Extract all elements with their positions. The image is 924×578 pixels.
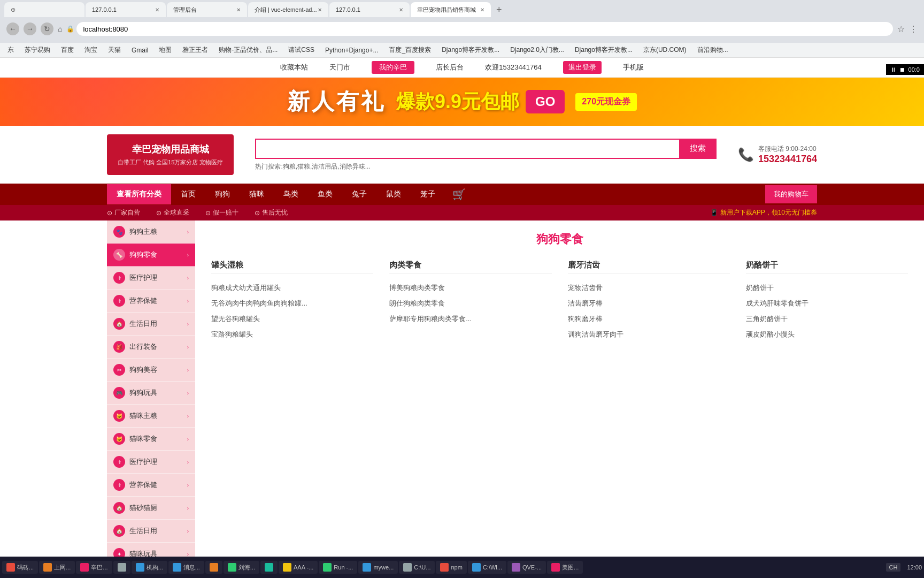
bookmark-yazw[interactable]: 雅正王者: [179, 44, 211, 56]
nav-home[interactable]: 首页: [171, 184, 205, 204]
topnav-myaccount[interactable]: 我的辛巴: [372, 61, 414, 74]
new-tab-button[interactable]: +: [492, 4, 506, 16]
tab-close-shop[interactable]: ✕: [480, 7, 484, 13]
taskbar-cu[interactable]: C:\U...: [399, 561, 435, 574]
my-cart-button[interactable]: 我的购物车: [765, 185, 817, 203]
tab-127-2[interactable]: 127.0.0.1 ✕: [329, 2, 410, 17]
video-pause-icon[interactable]: ⏸: [890, 66, 896, 73]
taskbar-3[interactable]: [113, 561, 130, 574]
topnav-manager[interactable]: 店长后台: [436, 63, 464, 72]
sidebar-item-daily[interactable]: 🏠 生活日用 ›: [107, 313, 195, 336]
col-item-biscuit-1[interactable]: 成犬鸡肝味零食饼干: [746, 296, 908, 311]
tab-127[interactable]: 127.0.0.1 ✕: [86, 2, 166, 17]
nav-cage[interactable]: 笼子: [411, 184, 445, 204]
nav-dog[interactable]: 狗狗: [205, 184, 240, 204]
taskbar-8[interactable]: [260, 561, 278, 574]
col-item-canned-1[interactable]: 无谷鸡肉牛肉鸭肉鱼肉狗粮罐...: [211, 296, 373, 311]
sidebar-item-cat-food[interactable]: 🐱 猫咪主粮 ›: [107, 405, 195, 428]
tab-empty[interactable]: ⊕: [4, 2, 84, 17]
sidebar-item-cat-medical[interactable]: ⚕ 医疗护理 ›: [107, 451, 195, 474]
tab-shop[interactable]: 幸巴宠物用品销售商城 ✕: [411, 2, 491, 17]
sidebar-item-medical[interactable]: ⚕ 医疗护理 ›: [107, 267, 195, 290]
taskbar-lang[interactable]: CH: [886, 563, 901, 572]
bookmark-django1[interactable]: Django博客开发教...: [438, 44, 503, 56]
subnav-guarantee[interactable]: ⊙ 假一赔十: [205, 208, 238, 217]
search-button[interactable]: 搜索: [679, 139, 717, 159]
tab-close-127-2[interactable]: ✕: [399, 7, 403, 13]
subnav-factory[interactable]: ⊙ 厂家自营: [107, 208, 140, 217]
refresh-button[interactable]: ↻: [41, 22, 53, 35]
taskbar-aaa[interactable]: AAA -...: [279, 561, 318, 574]
topnav-city[interactable]: 天门市: [329, 63, 350, 72]
forward-button[interactable]: →: [24, 22, 36, 35]
bookmark-jd[interactable]: 京东(UD.COM): [640, 44, 690, 56]
video-stop-icon[interactable]: ⏹: [899, 66, 905, 73]
taskbar-jg[interactable]: 机构...: [132, 561, 167, 574]
taskbar-my[interactable]: mywe...: [358, 561, 398, 574]
taskbar-cw[interactable]: C:\Wl...: [468, 561, 506, 574]
nav-cat[interactable]: 猫咪: [240, 184, 274, 204]
tab-admin[interactable]: 管理后台 ✕: [167, 2, 247, 17]
bookmark-taobao[interactable]: 淘宝: [81, 44, 101, 56]
back-button[interactable]: ←: [6, 22, 19, 35]
col-item-meat-1[interactable]: 朗仕狗粮肉类零食: [389, 296, 551, 311]
col-item-canned-2[interactable]: 望无谷狗粮罐头: [211, 311, 373, 327]
tab-vue[interactable]: 介绍 | vue-element-ad... ✕: [248, 2, 328, 17]
col-item-biscuit-2[interactable]: 三角奶酪饼干: [746, 311, 908, 327]
bookmark-dong[interactable]: 东: [4, 44, 17, 56]
taskbar-6[interactable]: [205, 561, 222, 574]
taskbar-lh[interactable]: 刘海...: [224, 561, 259, 574]
subnav-global[interactable]: ⊙ 全球直采: [156, 208, 189, 217]
taskbar-xx[interactable]: 消息...: [168, 561, 204, 574]
taskbar-mt[interactable]: 美图...: [547, 561, 583, 574]
col-item-meat-0[interactable]: 博美狗粮肉类零食: [389, 280, 551, 296]
taskbar-sw[interactable]: 上网...: [39, 561, 75, 574]
topnav-logout[interactable]: 退出登录: [563, 61, 602, 74]
col-item-canned-3[interactable]: 宝路狗粮罐头: [211, 327, 373, 343]
sidebar-item-dog-food[interactable]: 🐾 狗狗主粮 ›: [107, 220, 195, 244]
sidebar-item-cat-daily[interactable]: 🏠 生活日用 ›: [107, 520, 195, 543]
col-item-meat-2[interactable]: 萨摩耶专用狗粮肉类零食...: [389, 311, 551, 327]
bookmark-baidu[interactable]: 百度: [58, 44, 77, 56]
address-input[interactable]: [76, 22, 893, 36]
bookmark-django2[interactable]: Django2.0入门教...: [507, 44, 567, 56]
col-item-dental-2[interactable]: 狗狗磨牙棒: [568, 311, 730, 327]
bookmark-python[interactable]: Python+Django+...: [322, 45, 381, 55]
sidebar-item-toy[interactable]: 🎮 狗狗玩具 ›: [107, 382, 195, 405]
tab-close-vue[interactable]: ✕: [318, 7, 322, 13]
sidebar-item-dog-snack[interactable]: 🦴 狗狗零食 ›: [107, 244, 195, 267]
sidebar-item-cat-toilet[interactable]: 🏠 猫砂猫厕 ›: [107, 497, 195, 520]
nav-rabbit[interactable]: 兔子: [342, 184, 376, 204]
col-item-dental-3[interactable]: 训狗洁齿磨牙肉干: [568, 327, 730, 343]
subnav-service[interactable]: ⊙ 售后无忧: [255, 208, 288, 217]
col-item-biscuit-3[interactable]: 顽皮奶酪小慢头: [746, 327, 908, 343]
cart-icon[interactable]: 🛒: [445, 184, 473, 205]
settings-icon[interactable]: ⋮: [909, 24, 918, 34]
taskbar-mz[interactable]: 码砖...: [2, 561, 38, 574]
col-item-dental-1[interactable]: 洁齿磨牙棒: [568, 296, 730, 311]
taskbar-npm[interactable]: npm: [436, 561, 466, 574]
sidebar-item-grooming[interactable]: ✂ 狗狗美容 ›: [107, 359, 195, 382]
bookmark-qianyan[interactable]: 前沿购物...: [694, 44, 732, 56]
sidebar-item-cat-snack[interactable]: 🐱 猫咪零食 ›: [107, 428, 195, 451]
bookmark-map[interactable]: 地图: [156, 44, 175, 56]
sidebar-item-nutrition[interactable]: ⚕ 营养保健 ›: [107, 290, 195, 313]
bookmark-css[interactable]: 请试CSS: [285, 44, 318, 56]
tab-close-127[interactable]: ✕: [155, 7, 159, 13]
bookmark-shopping[interactable]: 购物-正品优价、品...: [215, 44, 281, 56]
sidebar-item-cat-nutrition[interactable]: ⚕ 营养保健 ›: [107, 474, 195, 497]
topnav-mobile[interactable]: 手机版: [623, 63, 644, 72]
nav-mouse[interactable]: 鼠类: [376, 184, 411, 204]
tab-close-admin[interactable]: ✕: [236, 7, 241, 13]
col-item-canned-0[interactable]: 狗粮成犬幼犬通用罐头: [211, 280, 373, 296]
sidebar-item-travel[interactable]: 🎒 出行装备 ›: [107, 336, 195, 359]
nav-bird[interactable]: 鸟类: [274, 184, 308, 204]
search-input[interactable]: [255, 139, 679, 159]
nav-all-categories[interactable]: 查看所有分类: [107, 184, 171, 204]
nav-fish[interactable]: 鱼类: [308, 184, 342, 204]
taskbar-run[interactable]: Run -...: [319, 561, 357, 574]
topnav-collect[interactable]: 收藏本站: [280, 63, 308, 72]
bookmark-suning[interactable]: 苏宁易购: [21, 44, 53, 56]
taskbar-xb[interactable]: 辛巴...: [76, 561, 112, 574]
bookmark-icon[interactable]: ☆: [897, 24, 905, 34]
